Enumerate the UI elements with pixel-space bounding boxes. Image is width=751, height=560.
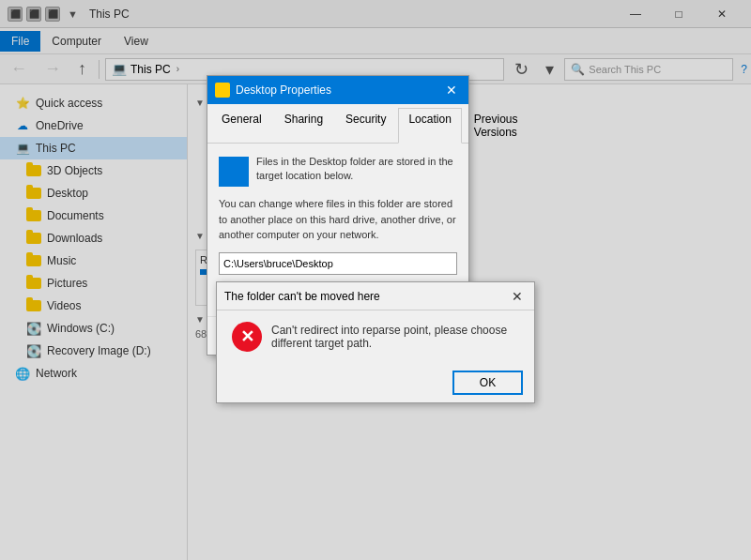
tab-previous-versions[interactable]: Previous Versions [464, 108, 529, 143]
dialog-tabs: General Sharing Security Location Previo… [207, 104, 468, 144]
dialog-app-icon [215, 83, 230, 98]
dialog-overlay: Desktop Properties ✕ General Sharing Sec… [0, 0, 751, 560]
dialog-titlebar: Desktop Properties ✕ [207, 76, 468, 104]
dialog-close-button[interactable]: ✕ [442, 81, 461, 99]
error-titlebar: The folder can't be moved here ✕ [217, 282, 534, 310]
tab-location[interactable]: Location [398, 108, 461, 144]
tab-general[interactable]: General [211, 108, 272, 143]
tab-security[interactable]: Security [335, 108, 396, 143]
error-footer: OK [217, 363, 534, 402]
tab-sharing[interactable]: Sharing [274, 108, 333, 143]
info-text2: You can change where files in this folde… [219, 196, 457, 243]
error-body: ✕ Can't redirect into reparse point, ple… [217, 310, 534, 363]
error-message: Can't redirect into reparse point, pleas… [271, 324, 519, 350]
info-text: Files in the Desktop folder are stored i… [256, 155, 457, 187]
error-ok-button[interactable]: OK [452, 371, 523, 395]
error-title: The folder can't be moved here [224, 290, 380, 303]
path-input[interactable] [219, 252, 457, 275]
folder-location-icon [219, 157, 249, 187]
error-icon: ✕ [232, 322, 262, 352]
error-close-button[interactable]: ✕ [508, 287, 527, 306]
dialog-title: Desktop Properties [236, 83, 331, 97]
info-box: Files in the Desktop folder are stored i… [219, 155, 457, 187]
error-dialog: The folder can't be moved here ✕ ✕ Can't… [216, 281, 535, 403]
